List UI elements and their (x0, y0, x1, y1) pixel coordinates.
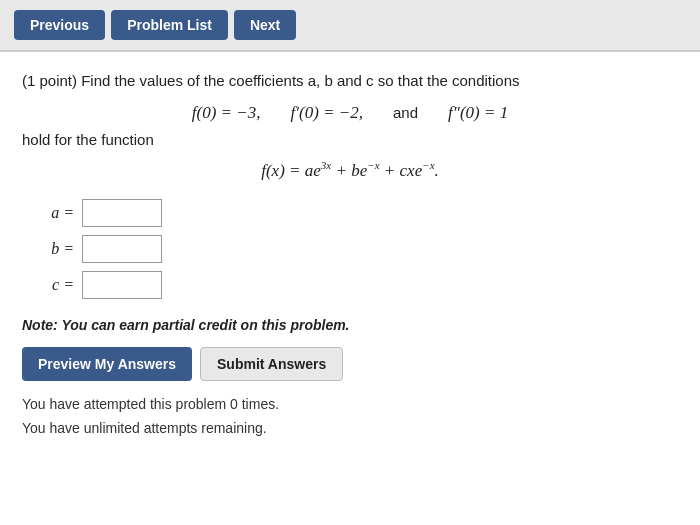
next-button[interactable]: Next (234, 10, 296, 40)
fx-equation: f(x) = ae3x + be−x + cxe−x. (22, 160, 678, 182)
note-text: Note: You can earn partial credit on thi… (22, 317, 678, 333)
label-c: c = (44, 276, 74, 294)
condition-f0: f(0) = −3, (192, 103, 261, 123)
attempts-text: You have attempted this problem 0 times.… (22, 393, 678, 441)
input-a[interactable] (82, 199, 162, 227)
input-c[interactable] (82, 271, 162, 299)
main-content: (1 point) Find the values of the coeffic… (0, 52, 700, 459)
previous-button[interactable]: Previous (14, 10, 105, 40)
attempts-line1: You have attempted this problem 0 times. (22, 393, 678, 417)
condition-fpp0: f″(0) = 1 (448, 103, 508, 123)
input-row-c: c = (44, 271, 678, 299)
input-b[interactable] (82, 235, 162, 263)
top-nav: Previous Problem List Next (0, 0, 700, 51)
hold-line: hold for the function (22, 131, 678, 148)
page-wrapper: Previous Problem List Next (1 point) Fin… (0, 0, 700, 525)
conditions-and: and (393, 104, 418, 121)
preview-button[interactable]: Preview My Answers (22, 347, 192, 381)
label-b: b = (44, 240, 74, 258)
submit-button[interactable]: Submit Answers (200, 347, 343, 381)
input-row-b: b = (44, 235, 678, 263)
problem-list-button[interactable]: Problem List (111, 10, 228, 40)
conditions-line: f(0) = −3, f′(0) = −2, and f″(0) = 1 (22, 103, 678, 123)
attempts-line2: You have unlimited attempts remaining. (22, 417, 678, 441)
bottom-buttons: Preview My Answers Submit Answers (22, 347, 678, 381)
input-row-a: a = (44, 199, 678, 227)
problem-intro: (1 point) Find the values of the coeffic… (22, 70, 678, 93)
condition-fp0: f′(0) = −2, (291, 103, 363, 123)
input-section: a = b = c = (44, 199, 678, 299)
label-a: a = (44, 204, 74, 222)
intro-text: (1 point) Find the values of the coeffic… (22, 72, 520, 89)
